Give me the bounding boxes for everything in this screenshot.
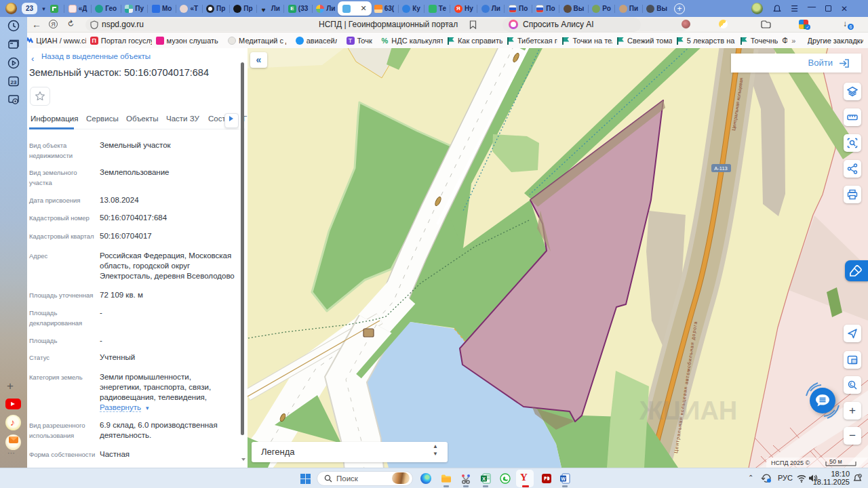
svg-text:А-113: А-113 (714, 165, 727, 171)
svg-text:✎: ✎ (859, 474, 861, 478)
svg-text:23: 23 (11, 79, 17, 85)
svg-text:50 м: 50 м (829, 458, 842, 465)
svg-text:X: X (482, 476, 486, 482)
svg-text:W: W (561, 476, 566, 481)
svg-text:НСПД 2025 ©: НСПД 2025 © (771, 460, 810, 466)
svg-text:ЖЦИАН: ЖЦИАН (639, 396, 737, 425)
